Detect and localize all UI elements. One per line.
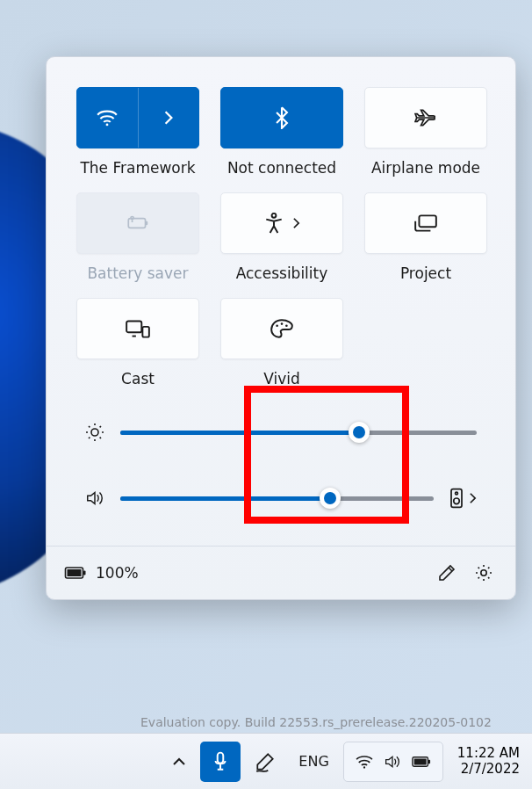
wifi-label: The Framework xyxy=(80,159,195,177)
svg-rect-4 xyxy=(419,215,435,227)
speaker-device-icon xyxy=(449,488,464,509)
svg-rect-22 xyxy=(413,758,426,764)
cast-button[interactable] xyxy=(76,298,199,359)
project-tile: Project xyxy=(364,192,487,282)
pen-icon xyxy=(255,751,276,772)
brightness-thumb[interactable] xyxy=(349,422,370,443)
svg-rect-21 xyxy=(428,759,430,763)
brightness-slider[interactable] xyxy=(120,431,477,435)
vivid-button[interactable] xyxy=(220,298,343,359)
battery-saver-icon xyxy=(125,214,151,232)
quick-settings-footer: 100% xyxy=(47,546,515,599)
accessibility-icon xyxy=(264,213,284,234)
microphone-icon xyxy=(212,751,228,772)
wifi-toggle[interactable] xyxy=(77,88,138,148)
volume-slider[interactable] xyxy=(120,496,434,501)
svg-rect-2 xyxy=(146,221,148,225)
clock[interactable]: 11:22 AM 2/7/2022 xyxy=(449,746,525,777)
battery-saver-button xyxy=(76,192,199,254)
cast-label: Cast xyxy=(121,370,155,387)
quick-settings-panel: The Framework Not connected Airplane mod… xyxy=(46,56,516,600)
battery-icon xyxy=(64,566,87,580)
pen-menu-button[interactable] xyxy=(246,742,284,782)
svg-point-3 xyxy=(271,214,276,218)
system-tray[interactable] xyxy=(343,742,443,782)
bluetooth-tile: Not connected xyxy=(220,87,343,177)
svg-point-19 xyxy=(363,766,365,768)
svg-point-17 xyxy=(481,570,486,575)
quick-settings-tiles: The Framework Not connected Airplane mod… xyxy=(47,57,515,405)
language-button[interactable]: ENG xyxy=(290,742,337,782)
battery-icon xyxy=(411,756,432,768)
svg-rect-6 xyxy=(142,327,149,337)
volume-row xyxy=(85,488,477,509)
svg-rect-16 xyxy=(68,569,82,576)
gear-icon xyxy=(474,563,493,583)
chevron-up-icon xyxy=(172,756,186,767)
volume-thumb[interactable] xyxy=(320,488,341,509)
bluetooth-icon xyxy=(275,106,289,129)
chevron-right-icon xyxy=(163,110,174,126)
svg-point-12 xyxy=(456,492,458,495)
chevron-right-icon xyxy=(469,492,477,504)
bluetooth-label: Not connected xyxy=(227,159,336,177)
wifi-expand[interactable] xyxy=(138,88,199,148)
time-text: 11:22 AM xyxy=(457,746,520,761)
microphone-button[interactable] xyxy=(200,742,241,782)
project-label: Project xyxy=(400,264,451,282)
battery-saver-tile: Battery saver xyxy=(76,192,199,282)
svg-point-13 xyxy=(454,498,460,504)
settings-button[interactable] xyxy=(470,559,498,587)
bluetooth-button[interactable] xyxy=(220,87,343,148)
palette-icon xyxy=(270,318,294,339)
brightness-row xyxy=(85,423,477,442)
wifi-icon xyxy=(96,109,119,127)
airplane-tile: Airplane mode xyxy=(364,87,487,177)
accessibility-tile: Accessibility xyxy=(220,192,343,282)
pencil-icon xyxy=(437,563,457,583)
project-button[interactable] xyxy=(364,192,487,254)
svg-point-7 xyxy=(276,324,278,327)
svg-rect-15 xyxy=(83,571,86,575)
vivid-tile: Vivid xyxy=(220,298,343,387)
svg-point-0 xyxy=(106,124,109,127)
svg-rect-5 xyxy=(126,321,141,332)
airplane-icon xyxy=(414,108,437,127)
accessibility-label: Accessibility xyxy=(236,264,328,282)
project-icon xyxy=(413,214,438,233)
wifi-tile: The Framework xyxy=(76,87,199,177)
accessibility-button[interactable] xyxy=(220,192,343,254)
sliders-section xyxy=(47,405,515,546)
battery-saver-label: Battery saver xyxy=(87,264,188,282)
airplane-label: Airplane mode xyxy=(371,159,480,177)
volume-icon xyxy=(383,754,402,770)
vivid-label: Vivid xyxy=(263,370,300,387)
audio-output-button[interactable] xyxy=(449,488,477,509)
edit-quick-settings-button[interactable] xyxy=(433,559,461,587)
airplane-button[interactable] xyxy=(364,87,487,148)
tray-overflow-button[interactable] xyxy=(163,742,195,782)
svg-rect-18 xyxy=(218,752,224,763)
svg-point-8 xyxy=(281,322,284,325)
wifi-button[interactable] xyxy=(76,87,199,148)
volume-icon xyxy=(85,489,104,508)
wifi-icon xyxy=(355,755,374,769)
cast-icon xyxy=(125,319,151,338)
cast-tile: Cast xyxy=(76,298,199,387)
evaluation-watermark: Evaluation copy. Build 22553.rs_prerelea… xyxy=(140,715,492,729)
svg-point-10 xyxy=(91,429,98,436)
battery-percent: 100% xyxy=(96,564,139,582)
svg-point-9 xyxy=(285,324,288,327)
taskbar: ENG 11:22 AM 2/7/2022 xyxy=(0,733,532,789)
chevron-right-icon xyxy=(292,217,300,229)
brightness-icon xyxy=(85,423,104,442)
date-text: 2/7/2022 xyxy=(461,762,520,777)
